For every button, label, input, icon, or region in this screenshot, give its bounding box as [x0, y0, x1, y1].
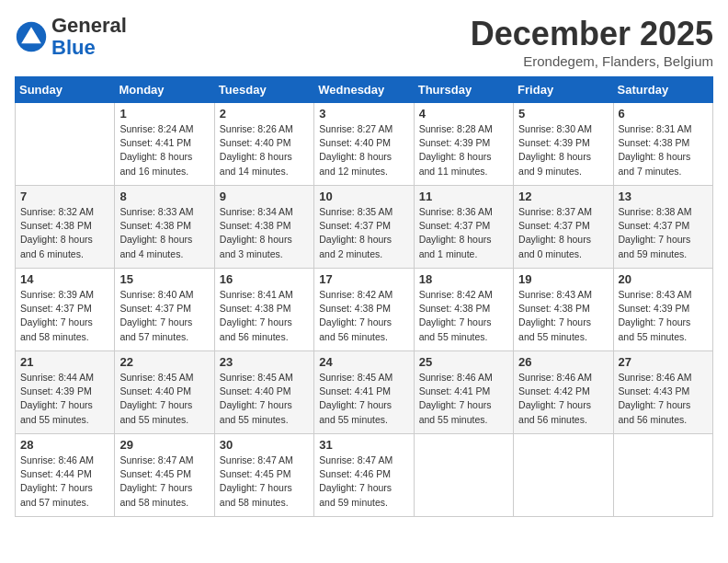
day-info: Sunrise: 8:24 AM Sunset: 4:41 PM Dayligh…	[119, 122, 209, 178]
day-number: 14	[20, 272, 109, 286]
calendar: SundayMondayTuesdayWednesdayThursdayFrid…	[15, 76, 713, 517]
day-number: 11	[419, 190, 508, 203]
day-info: Sunrise: 8:41 AM Sunset: 4:38 PM Dayligh…	[220, 288, 309, 344]
day-info: Sunrise: 8:35 AM Sunset: 4:37 PM Dayligh…	[319, 205, 408, 261]
day-number: 9	[220, 190, 309, 203]
logo-blue: Blue	[51, 36, 96, 59]
calendar-week-row: 28Sunrise: 8:46 AM Sunset: 4:44 PM Dayli…	[16, 434, 713, 517]
day-info: Sunrise: 8:46 AM Sunset: 4:42 PM Dayligh…	[518, 371, 608, 427]
day-number: 23	[220, 355, 309, 369]
calendar-cell: 14Sunrise: 8:39 AM Sunset: 4:37 PM Dayli…	[16, 269, 115, 351]
day-number: 22	[119, 355, 209, 369]
day-info: Sunrise: 8:42 AM Sunset: 4:38 PM Dayligh…	[419, 288, 508, 344]
day-number: 27	[619, 355, 708, 369]
day-number: 25	[419, 355, 508, 369]
day-number: 26	[518, 355, 608, 369]
day-info: Sunrise: 8:44 AM Sunset: 4:39 PM Dayligh…	[20, 371, 109, 427]
day-info: Sunrise: 8:46 AM Sunset: 4:43 PM Dayligh…	[619, 371, 708, 427]
day-info: Sunrise: 8:32 AM Sunset: 4:38 PM Dayligh…	[20, 205, 109, 261]
calendar-cell: 10Sunrise: 8:35 AM Sunset: 4:37 PM Dayli…	[314, 186, 414, 269]
page-header: General Blue December 2025 Erondegem, Fl…	[15, 15, 713, 69]
logo-general: General	[51, 14, 127, 37]
calendar-cell: 5Sunrise: 8:30 AM Sunset: 4:39 PM Daylig…	[514, 103, 613, 186]
day-number: 5	[518, 107, 608, 121]
day-info: Sunrise: 8:28 AM Sunset: 4:39 PM Dayligh…	[419, 122, 508, 178]
day-info: Sunrise: 8:30 AM Sunset: 4:39 PM Dayligh…	[518, 122, 608, 178]
logo: General Blue	[15, 15, 127, 59]
calendar-cell: 7Sunrise: 8:32 AM Sunset: 4:38 PM Daylig…	[16, 186, 115, 269]
day-number: 4	[419, 107, 508, 121]
day-number: 30	[220, 438, 309, 452]
calendar-week-row: 1Sunrise: 8:24 AM Sunset: 4:41 PM Daylig…	[16, 103, 713, 186]
calendar-cell: 12Sunrise: 8:37 AM Sunset: 4:37 PM Dayli…	[514, 186, 613, 269]
calendar-cell: 1Sunrise: 8:24 AM Sunset: 4:41 PM Daylig…	[115, 103, 214, 186]
day-number: 20	[619, 272, 708, 286]
day-number: 19	[518, 272, 608, 286]
calendar-cell	[16, 103, 115, 186]
day-number: 13	[619, 190, 708, 203]
calendar-cell: 26Sunrise: 8:46 AM Sunset: 4:42 PM Dayli…	[514, 351, 613, 434]
calendar-week-row: 7Sunrise: 8:32 AM Sunset: 4:38 PM Daylig…	[16, 186, 713, 269]
day-info: Sunrise: 8:38 AM Sunset: 4:37 PM Dayligh…	[619, 205, 708, 261]
calendar-cell: 9Sunrise: 8:34 AM Sunset: 4:38 PM Daylig…	[214, 186, 313, 269]
calendar-cell: 11Sunrise: 8:36 AM Sunset: 4:37 PM Dayli…	[414, 186, 513, 269]
day-info: Sunrise: 8:43 AM Sunset: 4:39 PM Dayligh…	[619, 288, 708, 344]
calendar-cell: 15Sunrise: 8:40 AM Sunset: 4:37 PM Dayli…	[115, 269, 214, 351]
calendar-cell	[613, 434, 712, 517]
day-number: 3	[319, 107, 408, 121]
calendar-cell: 18Sunrise: 8:42 AM Sunset: 4:38 PM Dayli…	[414, 269, 513, 351]
header-day: Tuesday	[214, 77, 313, 103]
day-number: 15	[119, 272, 209, 286]
logo-text: General Blue	[51, 15, 127, 59]
day-number: 6	[619, 107, 708, 121]
calendar-cell	[514, 434, 613, 517]
header-day: Friday	[514, 77, 613, 103]
day-number: 1	[119, 107, 209, 121]
day-info: Sunrise: 8:39 AM Sunset: 4:37 PM Dayligh…	[20, 288, 109, 344]
day-number: 21	[20, 355, 109, 369]
day-number: 31	[319, 438, 408, 452]
day-number: 17	[319, 272, 408, 286]
calendar-cell: 8Sunrise: 8:33 AM Sunset: 4:38 PM Daylig…	[115, 186, 214, 269]
month-title: December 2025	[471, 15, 713, 53]
day-number: 18	[419, 272, 508, 286]
header-day: Monday	[115, 77, 214, 103]
day-info: Sunrise: 8:46 AM Sunset: 4:41 PM Dayligh…	[419, 371, 508, 427]
calendar-cell: 22Sunrise: 8:45 AM Sunset: 4:40 PM Dayli…	[115, 351, 214, 434]
day-number: 2	[220, 107, 309, 121]
calendar-cell: 27Sunrise: 8:46 AM Sunset: 4:43 PM Dayli…	[613, 351, 712, 434]
calendar-week-row: 21Sunrise: 8:44 AM Sunset: 4:39 PM Dayli…	[16, 351, 713, 434]
calendar-cell: 29Sunrise: 8:47 AM Sunset: 4:45 PM Dayli…	[115, 434, 214, 517]
calendar-header: SundayMondayTuesdayWednesdayThursdayFrid…	[16, 77, 713, 103]
title-block: December 2025 Erondegem, Flanders, Belgi…	[471, 15, 713, 69]
calendar-cell: 30Sunrise: 8:47 AM Sunset: 4:45 PM Dayli…	[214, 434, 313, 517]
calendar-cell: 6Sunrise: 8:31 AM Sunset: 4:38 PM Daylig…	[613, 103, 712, 186]
day-info: Sunrise: 8:42 AM Sunset: 4:38 PM Dayligh…	[319, 288, 408, 344]
calendar-cell: 20Sunrise: 8:43 AM Sunset: 4:39 PM Dayli…	[613, 269, 712, 351]
calendar-cell	[414, 434, 513, 517]
day-info: Sunrise: 8:47 AM Sunset: 4:46 PM Dayligh…	[319, 454, 408, 510]
day-info: Sunrise: 8:45 AM Sunset: 4:41 PM Dayligh…	[319, 371, 408, 427]
header-day: Thursday	[414, 77, 513, 103]
calendar-cell: 16Sunrise: 8:41 AM Sunset: 4:38 PM Dayli…	[214, 269, 313, 351]
calendar-cell: 2Sunrise: 8:26 AM Sunset: 4:40 PM Daylig…	[214, 103, 313, 186]
calendar-cell: 23Sunrise: 8:45 AM Sunset: 4:40 PM Dayli…	[214, 351, 313, 434]
header-row: SundayMondayTuesdayWednesdayThursdayFrid…	[16, 77, 713, 103]
day-info: Sunrise: 8:43 AM Sunset: 4:38 PM Dayligh…	[518, 288, 608, 344]
day-info: Sunrise: 8:36 AM Sunset: 4:37 PM Dayligh…	[419, 205, 508, 261]
calendar-cell: 28Sunrise: 8:46 AM Sunset: 4:44 PM Dayli…	[16, 434, 115, 517]
day-number: 29	[119, 438, 209, 452]
subtitle: Erondegem, Flanders, Belgium	[471, 53, 713, 69]
day-info: Sunrise: 8:37 AM Sunset: 4:37 PM Dayligh…	[518, 205, 608, 261]
day-info: Sunrise: 8:31 AM Sunset: 4:38 PM Dayligh…	[619, 122, 708, 178]
calendar-cell: 4Sunrise: 8:28 AM Sunset: 4:39 PM Daylig…	[414, 103, 513, 186]
day-number: 7	[20, 190, 109, 203]
day-info: Sunrise: 8:40 AM Sunset: 4:37 PM Dayligh…	[119, 288, 209, 344]
day-number: 10	[319, 190, 408, 203]
logo-icon	[15, 20, 48, 53]
calendar-cell: 31Sunrise: 8:47 AM Sunset: 4:46 PM Dayli…	[314, 434, 414, 517]
day-info: Sunrise: 8:27 AM Sunset: 4:40 PM Dayligh…	[319, 122, 408, 178]
calendar-cell: 19Sunrise: 8:43 AM Sunset: 4:38 PM Dayli…	[514, 269, 613, 351]
day-info: Sunrise: 8:47 AM Sunset: 4:45 PM Dayligh…	[119, 454, 209, 510]
day-info: Sunrise: 8:45 AM Sunset: 4:40 PM Dayligh…	[220, 371, 309, 427]
